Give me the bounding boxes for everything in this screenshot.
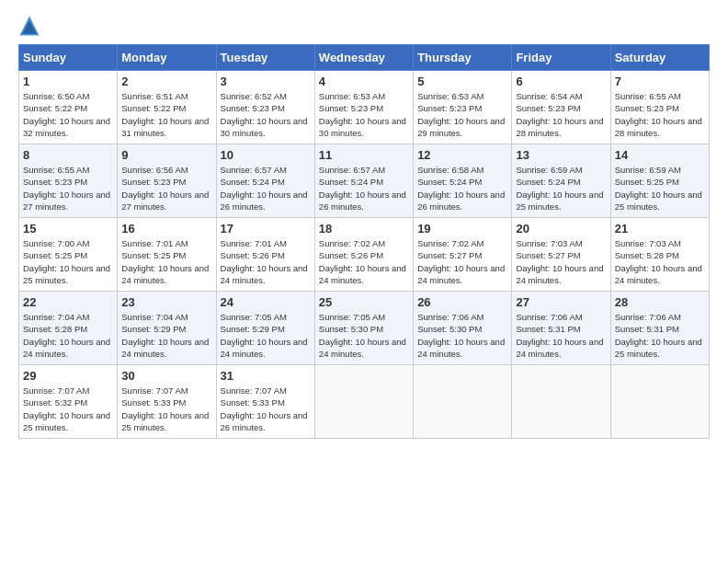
day-info: Sunrise: 6:55 AM Sunset: 5:23 PM Dayligh…	[23, 164, 113, 213]
day-number: 30	[121, 369, 211, 383]
day-info: Sunrise: 7:05 AM Sunset: 5:29 PM Dayligh…	[221, 311, 311, 360]
day-info: Sunrise: 7:04 AM Sunset: 5:28 PM Dayligh…	[23, 311, 113, 360]
day-number: 19	[417, 222, 507, 236]
day-info: Sunrise: 7:01 AM Sunset: 5:25 PM Dayligh…	[121, 237, 211, 286]
calendar-cell: 20 Sunrise: 7:03 AM Sunset: 5:27 PM Dayl…	[512, 218, 610, 292]
calendar-cell: 10 Sunrise: 6:57 AM Sunset: 5:24 PM Dayl…	[216, 144, 314, 218]
calendar-cell: 12 Sunrise: 6:58 AM Sunset: 5:24 PM Dayl…	[414, 144, 512, 218]
day-info: Sunrise: 7:06 AM Sunset: 5:30 PM Dayligh…	[417, 311, 507, 360]
day-info: Sunrise: 6:56 AM Sunset: 5:23 PM Dayligh…	[121, 164, 211, 213]
day-info: Sunrise: 7:06 AM Sunset: 5:31 PM Dayligh…	[615, 311, 705, 360]
week-row-5: 29 Sunrise: 7:07 AM Sunset: 5:32 PM Dayl…	[19, 365, 710, 439]
calendar-cell: 19 Sunrise: 7:02 AM Sunset: 5:27 PM Dayl…	[414, 218, 512, 292]
day-number: 31	[221, 369, 311, 383]
calendar-cell: 6 Sunrise: 6:54 AM Sunset: 5:23 PM Dayli…	[512, 71, 610, 144]
day-number: 17	[221, 222, 311, 236]
day-number: 10	[221, 148, 311, 162]
day-number: 18	[319, 222, 409, 236]
logo	[18, 15, 44, 37]
calendar-table: SundayMondayTuesdayWednesdayThursdayFrid…	[18, 44, 710, 439]
header-thursday: Thursday	[414, 45, 512, 71]
day-info: Sunrise: 6:50 AM Sunset: 5:22 PM Dayligh…	[23, 90, 113, 139]
week-row-4: 22 Sunrise: 7:04 AM Sunset: 5:28 PM Dayl…	[19, 292, 710, 365]
day-number: 23	[121, 295, 211, 309]
week-row-2: 8 Sunrise: 6:55 AM Sunset: 5:23 PM Dayli…	[19, 144, 710, 218]
calendar-cell: 13 Sunrise: 6:59 AM Sunset: 5:24 PM Dayl…	[512, 144, 610, 218]
day-number: 26	[417, 295, 507, 309]
header-tuesday: Tuesday	[216, 45, 314, 71]
header-friday: Friday	[512, 45, 610, 71]
calendar-cell: 27 Sunrise: 7:06 AM Sunset: 5:31 PM Dayl…	[512, 292, 610, 365]
day-number: 7	[615, 75, 705, 88]
day-number: 2	[121, 75, 211, 88]
calendar-cell	[512, 365, 610, 439]
day-info: Sunrise: 7:01 AM Sunset: 5:26 PM Dayligh…	[221, 237, 311, 286]
day-number: 21	[615, 222, 705, 236]
day-number: 13	[516, 148, 606, 162]
calendar-cell: 8 Sunrise: 6:55 AM Sunset: 5:23 PM Dayli…	[19, 144, 118, 218]
day-number: 28	[615, 295, 705, 309]
calendar-cell	[610, 365, 709, 439]
day-number: 11	[319, 148, 409, 162]
calendar-cell: 21 Sunrise: 7:03 AM Sunset: 5:28 PM Dayl…	[610, 218, 709, 292]
day-info: Sunrise: 7:07 AM Sunset: 5:33 PM Dayligh…	[121, 385, 211, 433]
day-info: Sunrise: 6:57 AM Sunset: 5:24 PM Dayligh…	[221, 164, 311, 213]
day-number: 15	[23, 222, 113, 236]
day-number: 29	[23, 369, 113, 383]
calendar-cell: 14 Sunrise: 6:59 AM Sunset: 5:25 PM Dayl…	[610, 144, 709, 218]
header-wednesday: Wednesday	[314, 45, 413, 71]
day-info: Sunrise: 6:59 AM Sunset: 5:25 PM Dayligh…	[615, 164, 705, 213]
day-info: Sunrise: 6:58 AM Sunset: 5:24 PM Dayligh…	[417, 164, 507, 213]
calendar-cell: 4 Sunrise: 6:53 AM Sunset: 5:23 PM Dayli…	[314, 71, 413, 144]
calendar-header-row: SundayMondayTuesdayWednesdayThursdayFrid…	[19, 45, 710, 71]
calendar-cell: 17 Sunrise: 7:01 AM Sunset: 5:26 PM Dayl…	[216, 218, 314, 292]
calendar-cell: 29 Sunrise: 7:07 AM Sunset: 5:32 PM Dayl…	[19, 365, 118, 439]
calendar-cell: 3 Sunrise: 6:52 AM Sunset: 5:23 PM Dayli…	[216, 71, 314, 144]
day-number: 8	[23, 148, 113, 162]
day-number: 5	[417, 75, 507, 88]
day-info: Sunrise: 7:02 AM Sunset: 5:27 PM Dayligh…	[417, 237, 507, 286]
calendar-cell: 7 Sunrise: 6:55 AM Sunset: 5:23 PM Dayli…	[610, 71, 709, 144]
calendar-cell	[414, 365, 512, 439]
calendar-cell: 31 Sunrise: 7:07 AM Sunset: 5:33 PM Dayl…	[216, 365, 314, 439]
day-info: Sunrise: 7:06 AM Sunset: 5:31 PM Dayligh…	[516, 311, 606, 360]
day-number: 12	[417, 148, 507, 162]
week-row-1: 1 Sunrise: 6:50 AM Sunset: 5:22 PM Dayli…	[19, 71, 710, 144]
day-info: Sunrise: 6:57 AM Sunset: 5:24 PM Dayligh…	[319, 164, 409, 213]
day-number: 25	[319, 295, 409, 309]
day-number: 24	[221, 295, 311, 309]
day-number: 14	[615, 148, 705, 162]
calendar-cell: 11 Sunrise: 6:57 AM Sunset: 5:24 PM Dayl…	[314, 144, 413, 218]
day-info: Sunrise: 6:53 AM Sunset: 5:23 PM Dayligh…	[417, 90, 507, 139]
day-number: 9	[121, 148, 211, 162]
calendar-cell: 1 Sunrise: 6:50 AM Sunset: 5:22 PM Dayli…	[19, 71, 118, 144]
day-number: 16	[121, 222, 211, 236]
calendar-cell: 28 Sunrise: 7:06 AM Sunset: 5:31 PM Dayl…	[610, 292, 709, 365]
day-info: Sunrise: 6:54 AM Sunset: 5:23 PM Dayligh…	[516, 90, 606, 139]
day-info: Sunrise: 7:00 AM Sunset: 5:25 PM Dayligh…	[23, 237, 113, 286]
calendar-cell: 18 Sunrise: 7:02 AM Sunset: 5:26 PM Dayl…	[314, 218, 413, 292]
day-info: Sunrise: 7:05 AM Sunset: 5:30 PM Dayligh…	[319, 311, 409, 360]
day-number: 3	[221, 75, 311, 88]
header	[18, 15, 710, 37]
calendar-cell	[314, 365, 413, 439]
page: SundayMondayTuesdayWednesdayThursdayFrid…	[0, 0, 728, 448]
calendar-cell: 30 Sunrise: 7:07 AM Sunset: 5:33 PM Dayl…	[118, 365, 216, 439]
day-info: Sunrise: 6:53 AM Sunset: 5:23 PM Dayligh…	[319, 90, 409, 139]
calendar-cell: 9 Sunrise: 6:56 AM Sunset: 5:23 PM Dayli…	[118, 144, 216, 218]
day-info: Sunrise: 6:55 AM Sunset: 5:23 PM Dayligh…	[615, 90, 705, 139]
day-info: Sunrise: 7:03 AM Sunset: 5:28 PM Dayligh…	[615, 237, 705, 286]
header-saturday: Saturday	[610, 45, 709, 71]
week-row-3: 15 Sunrise: 7:00 AM Sunset: 5:25 PM Dayl…	[19, 218, 710, 292]
day-number: 6	[516, 75, 606, 88]
calendar-cell: 26 Sunrise: 7:06 AM Sunset: 5:30 PM Dayl…	[414, 292, 512, 365]
day-info: Sunrise: 6:59 AM Sunset: 5:24 PM Dayligh…	[516, 164, 606, 213]
calendar-cell: 15 Sunrise: 7:00 AM Sunset: 5:25 PM Dayl…	[19, 218, 118, 292]
day-info: Sunrise: 7:07 AM Sunset: 5:33 PM Dayligh…	[221, 385, 311, 433]
day-number: 20	[516, 222, 606, 236]
calendar-cell: 24 Sunrise: 7:05 AM Sunset: 5:29 PM Dayl…	[216, 292, 314, 365]
calendar-cell: 22 Sunrise: 7:04 AM Sunset: 5:28 PM Dayl…	[19, 292, 118, 365]
day-number: 4	[319, 75, 409, 88]
day-info: Sunrise: 6:51 AM Sunset: 5:22 PM Dayligh…	[121, 90, 211, 139]
calendar-cell: 16 Sunrise: 7:01 AM Sunset: 5:25 PM Dayl…	[118, 218, 216, 292]
